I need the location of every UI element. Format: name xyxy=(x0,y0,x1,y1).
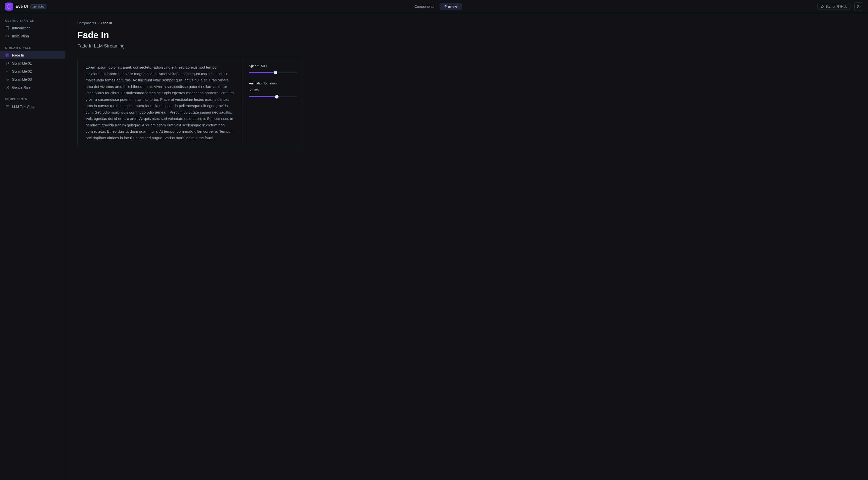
breadcrumb: Components › Fade In xyxy=(78,21,856,25)
sidebar-section-title-stream-styles: Stream Styles xyxy=(0,46,65,49)
scramble03-icon: ip xyxy=(5,77,9,82)
main-layout: Getting Started Introduction xyxy=(0,13,868,480)
logo-icon xyxy=(5,2,13,10)
demo-controls: Speed: 500 Animation Duration: xyxy=(243,57,303,148)
breadcrumb-current: Fade In xyxy=(101,21,112,25)
sidebar-item-label: Scramble 03 xyxy=(12,78,32,82)
main-content: Components › Fade In Fade In Fade In LLM… xyxy=(65,13,868,480)
speed-value: 500 xyxy=(261,64,267,68)
speed-label-text: Speed: xyxy=(249,64,259,68)
animation-duration-value: 500ms xyxy=(249,88,259,92)
demo-text: Lorem ipsum dolor sit amet, consectetur … xyxy=(86,64,235,141)
speed-control-group: Speed: 500 xyxy=(249,64,297,74)
sidebar-item-label: LLM Text Area xyxy=(12,104,34,109)
svg-marker-1 xyxy=(821,5,824,8)
sidebar-item-label: Introduction xyxy=(12,26,30,30)
theme-toggle-button[interactable] xyxy=(855,2,863,11)
scramble02-icon: wt xyxy=(5,69,9,73)
breadcrumb-components[interactable]: Components xyxy=(78,21,96,25)
sidebar-item-introduction[interactable]: Introduction xyxy=(0,24,65,32)
demo-text-area: Lorem ipsum dolor sit amet, consectetur … xyxy=(78,57,243,148)
tab-preview[interactable]: Preview xyxy=(439,3,462,10)
sidebar-item-label: Installation xyxy=(12,34,29,38)
sidebar-section-title-components: Components xyxy=(0,97,65,100)
animation-duration-label-text: Animation Duration: xyxy=(249,82,278,85)
nav-right: Star on GitHub xyxy=(817,2,863,11)
nav-logo[interactable]: Eve UI pre-alpha xyxy=(5,2,46,10)
animation-duration-value-label: 500ms xyxy=(249,88,297,92)
demo-card: Lorem ipsum dolor sit amet, consectetur … xyxy=(78,57,303,148)
animation-duration-label: Animation Duration: xyxy=(249,82,297,85)
animation-duration-slider-fill xyxy=(249,96,277,97)
sidebar-item-gentle-rise[interactable]: Gentle Rise xyxy=(0,84,65,91)
scramble01-icon: yJ xyxy=(5,61,9,66)
llm-text-area-icon xyxy=(5,104,9,109)
code-icon xyxy=(5,34,9,38)
book-icon xyxy=(5,26,9,30)
sidebar-item-fade-in[interactable]: Fade In xyxy=(0,51,65,59)
sidebar-item-scramble-01[interactable]: yJ Scramble 01 xyxy=(0,59,65,67)
top-nav: Eve UI pre-alpha Components Preview Star… xyxy=(0,0,868,13)
star-github-button[interactable]: Star on GitHub xyxy=(817,3,850,10)
speed-label: Speed: 500 xyxy=(249,64,297,68)
fade-in-icon xyxy=(5,53,9,58)
sidebar-item-installation[interactable]: Installation xyxy=(0,32,65,40)
sidebar-section-stream-styles: Stream Styles Fade In xyxy=(0,46,65,91)
speed-slider-thumb[interactable] xyxy=(274,71,277,74)
sidebar-item-llm-text-area[interactable]: LLM Text Area xyxy=(0,102,65,111)
breadcrumb-separator: › xyxy=(98,21,99,25)
sidebar-item-scramble-03[interactable]: ip Scramble 03 xyxy=(0,76,65,84)
moon-icon xyxy=(857,4,861,8)
tab-components[interactable]: Components xyxy=(409,3,439,10)
speed-slider-fill xyxy=(249,72,276,73)
sidebar: Getting Started Introduction xyxy=(0,13,65,480)
sidebar-item-label: Fade In xyxy=(12,53,24,57)
sidebar-item-label: Gentle Rise xyxy=(12,85,30,89)
sidebar-section-components: Components LLM Text Area xyxy=(0,97,65,111)
sidebar-item-scramble-02[interactable]: wt Scramble 02 xyxy=(0,67,65,76)
sidebar-item-label: Scramble 01 xyxy=(12,61,32,65)
star-github-label: Star on GitHub xyxy=(826,4,847,8)
animation-duration-control-group: Animation Duration: 500ms xyxy=(249,82,297,98)
animation-duration-slider-thumb[interactable] xyxy=(275,95,279,98)
animation-duration-slider-container[interactable] xyxy=(249,95,297,98)
speed-slider-track xyxy=(249,72,297,73)
animation-duration-slider-track xyxy=(249,96,297,97)
sidebar-section-getting-started: Getting Started Introduction xyxy=(0,19,65,40)
nav-center: Components Preview xyxy=(54,3,817,10)
gentle-rise-icon xyxy=(5,85,9,90)
speed-slider-container[interactable] xyxy=(249,71,297,74)
logo-text: Eve UI xyxy=(16,4,28,9)
svg-marker-4 xyxy=(7,87,8,88)
star-icon xyxy=(820,5,824,8)
sidebar-item-label: Scramble 02 xyxy=(12,69,32,73)
pre-alpha-badge: pre-alpha xyxy=(30,4,46,9)
page-title: Fade In xyxy=(78,30,856,40)
page-subtitle: Fade In LLM Streaming xyxy=(78,43,856,49)
svg-rect-2 xyxy=(5,54,9,57)
sidebar-section-title-getting-started: Getting Started xyxy=(0,19,65,22)
